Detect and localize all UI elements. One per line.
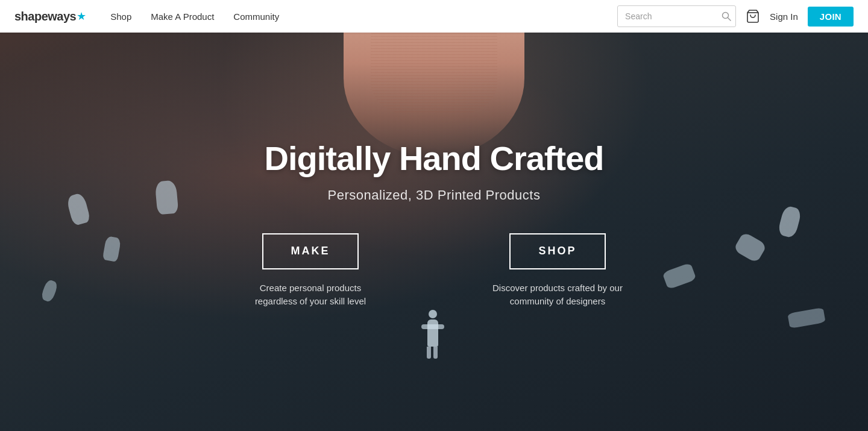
search-icon: [722, 11, 731, 21]
hero-title: Digitally Hand Crafted: [0, 139, 868, 178]
figure-legs: [427, 347, 439, 359]
make-button[interactable]: MAKE: [262, 233, 359, 269]
hero-section: Digitally Hand Crafted Personalized, 3D …: [0, 0, 868, 431]
logo[interactable]: shapeways★: [14, 10, 86, 24]
hero-buttons: MAKE Create personal products regardless…: [0, 233, 868, 309]
hero-subtitle: Personalized, 3D Printed Products: [0, 187, 868, 203]
search-container: [617, 5, 736, 27]
shop-btn-group: SHOP Discover products crafted by our co…: [488, 233, 627, 309]
logo-star: ★: [77, 10, 86, 23]
nav-item-community[interactable]: Community: [233, 11, 279, 22]
nav-item-make-a-product[interactable]: Make A Product: [151, 11, 214, 22]
figure-leg-left: [427, 347, 431, 359]
svg-line-1: [728, 18, 731, 21]
signin-link[interactable]: Sign In: [770, 11, 798, 22]
join-button[interactable]: JOIN: [808, 7, 854, 27]
shop-btn-description: Discover products crafted by our communi…: [488, 282, 627, 309]
shop-button[interactable]: SHOP: [509, 233, 606, 269]
hero-content: Digitally Hand Crafted Personalized, 3D …: [0, 106, 868, 326]
make-btn-description: Create personal products regardless of y…: [241, 282, 380, 309]
search-button[interactable]: [722, 11, 731, 21]
navbar: shapeways★ Shop Make A Product Community…: [0, 0, 868, 33]
navbar-right: Sign In JOIN: [617, 5, 854, 27]
nav-links: Shop Make A Product Community: [110, 11, 617, 22]
cart-icon[interactable]: [746, 9, 760, 24]
nav-item-shop[interactable]: Shop: [110, 11, 131, 22]
logo-text: shapeways: [14, 10, 76, 24]
search-input[interactable]: [617, 5, 736, 27]
figure-leg-right: [433, 347, 438, 359]
make-btn-group: MAKE Create personal products regardless…: [241, 233, 380, 309]
